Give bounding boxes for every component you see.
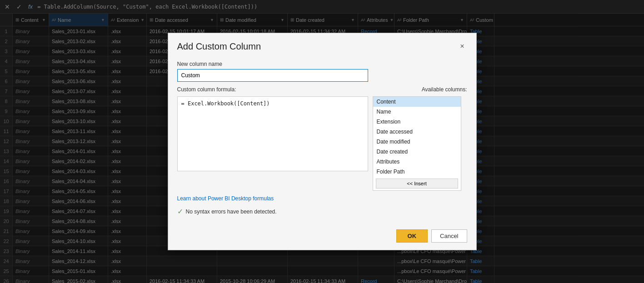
modal-close-button[interactable]: × [457,41,467,51]
available-column-item[interactable]: Name [373,107,461,117]
available-column-item[interactable]: Date created [373,147,461,157]
ok-button[interactable]: OK [396,229,428,243]
modal-footer: OK Cancel [168,229,476,250]
modal-title: Add Custom Column [177,41,261,52]
available-column-item[interactable]: Date modified [373,137,461,147]
available-column-item[interactable]: Content [373,97,461,107]
check-icon: ✓ [177,207,183,216]
validation-row: ✓ No syntax errors have been detected. [177,207,467,216]
available-column-item[interactable]: Date accessed [373,127,461,137]
modal-header: Add Custom Column × [168,33,476,56]
formula-area-container: = Excel.Workbook([Content]) ContentNameE… [177,96,467,191]
formula-textarea[interactable]: = Excel.Workbook([Content]) [177,96,368,171]
available-column-item[interactable]: Folder Path [373,167,461,177]
modal-overlay: Add Custom Column × New column name Cust… [0,0,644,283]
modal-body: New column name Custom column formula: A… [168,56,476,229]
available-column-item[interactable]: Attributes [373,157,461,167]
available-columns-label: Available columns: [422,86,467,93]
validation-text: No syntax errors have been detected. [186,209,277,215]
learn-link[interactable]: Learn about Power BI Desktop formulas [177,195,467,202]
add-custom-column-dialog: Add Custom Column × New column name Cust… [168,33,477,250]
cancel-button[interactable]: Cancel [431,229,467,243]
column-name-label: New column name [177,61,467,67]
available-column-item[interactable]: Extension [373,117,461,127]
insert-button[interactable]: << Insert [376,179,458,189]
column-name-input[interactable] [177,69,368,82]
columns-list: ContentNameExtensionDate accessedDate mo… [373,97,461,177]
formula-label: Custom column formula: [177,86,236,93]
columns-panel: ContentNameExtensionDate accessedDate mo… [373,96,461,191]
